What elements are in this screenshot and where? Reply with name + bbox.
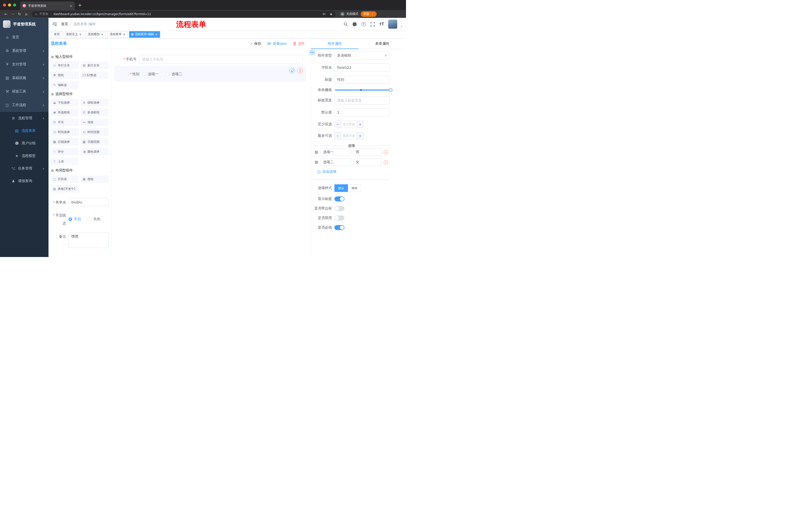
delete-field-button[interactable] bbox=[297, 68, 303, 74]
component-item[interactable]: ◷ 时间选择 bbox=[51, 128, 79, 136]
component-item[interactable]: ▭ 单行文本 bbox=[51, 62, 79, 69]
tag[interactable]: 流程定义 × bbox=[63, 31, 84, 38]
increase-button[interactable]: + bbox=[357, 121, 363, 128]
reload-icon[interactable]: ↻ bbox=[16, 12, 23, 16]
browser-menu-icon[interactable]: ⋮ bbox=[371, 12, 374, 16]
component-item[interactable]: ⇧ 上传 bbox=[51, 158, 79, 165]
component-item[interactable]: ▤ 多行文本 bbox=[81, 62, 109, 69]
component-item[interactable]: ◉ 单选框组 bbox=[51, 109, 79, 116]
drag-sliders-icon[interactable] bbox=[315, 151, 318, 154]
checkbox-icon[interactable] bbox=[166, 73, 170, 76]
default-value-input[interactable] bbox=[335, 108, 390, 116]
component-item[interactable]: ⋔ 级联选择 bbox=[81, 99, 109, 106]
github-icon[interactable] bbox=[352, 21, 357, 27]
tab-component-props[interactable]: 组件属性 bbox=[311, 38, 358, 49]
checkbox-option[interactable]: 选项二 bbox=[166, 72, 182, 77]
back-icon[interactable]: ← bbox=[2, 12, 9, 16]
sidebar-menu-item[interactable]: ⌂ 首页 bbox=[0, 30, 49, 44]
component-item[interactable]: ▨ 表格[开发中] bbox=[51, 185, 79, 193]
home-icon[interactable]: ⌂ bbox=[23, 12, 30, 16]
tag-close-icon[interactable]: × bbox=[155, 33, 158, 36]
checkbox-icon[interactable] bbox=[142, 73, 146, 76]
min-select-value[interactable]: 至少应选 bbox=[341, 121, 357, 128]
add-option-button[interactable]: + 添加选项 bbox=[317, 169, 406, 174]
option-label-input[interactable] bbox=[320, 158, 351, 166]
tag-close-icon[interactable]: × bbox=[101, 33, 104, 36]
form-name-input[interactable] bbox=[68, 198, 109, 206]
sidebar-menu-item[interactable]: ¥ 支付管理 ∨ bbox=[0, 58, 49, 71]
close-window-button[interactable] bbox=[3, 3, 6, 6]
title-input[interactable] bbox=[335, 76, 390, 84]
option-style-button[interactable]: 按钮 bbox=[348, 184, 361, 192]
view-json-button[interactable]: 查看json bbox=[267, 42, 287, 46]
browser-update-button[interactable]: 更新 ⋮ bbox=[361, 11, 377, 17]
component-item[interactable]: ▩ 日期范围 bbox=[81, 138, 109, 145]
minimize-window-button[interactable] bbox=[8, 3, 11, 6]
tag-close-icon[interactable]: × bbox=[79, 33, 82, 36]
gender-field-row-selected[interactable]: 性别 选项一 bbox=[114, 66, 306, 81]
breadcrumb-home[interactable]: 首页 bbox=[61, 22, 68, 26]
avatar-caret-icon[interactable]: ∨ bbox=[401, 25, 403, 28]
phone-input[interactable] bbox=[140, 55, 303, 64]
bookmark-star-icon[interactable]: ★ bbox=[329, 12, 332, 16]
component-item[interactable]: ◒ 下拉选择 bbox=[51, 99, 79, 106]
component-item[interactable]: ▢ 行容器 bbox=[51, 175, 79, 183]
slider-handle[interactable] bbox=[389, 88, 393, 92]
avatar[interactable] bbox=[388, 20, 397, 29]
component-item[interactable]: ▦ 日期选择 bbox=[51, 138, 79, 145]
fullscreen-icon[interactable] bbox=[370, 21, 376, 27]
sidebar-menu-item[interactable]: ➤ 流程模型 bbox=[0, 150, 49, 162]
search-icon[interactable] bbox=[343, 21, 348, 27]
field-name-input[interactable] bbox=[335, 64, 390, 72]
component-item[interactable]: 123 计数器 bbox=[81, 72, 109, 79]
url-text[interactable]: dashboard.yudao.iocoder.cn/bpm/manager/f… bbox=[54, 12, 151, 16]
component-item[interactable]: ☑ 多选框组 bbox=[81, 109, 109, 116]
component-item[interactable]: ◴ 时间范围 bbox=[81, 128, 109, 136]
status-off-radio[interactable]: 关闭 bbox=[88, 217, 100, 221]
help-icon[interactable]: ? bbox=[361, 21, 367, 27]
browser-tab[interactable]: 芋道管理系统 × bbox=[20, 1, 75, 10]
sidebar-toggle-icon[interactable] bbox=[49, 22, 61, 26]
sidebar-menu-item[interactable]: ▥ 基础设施 ∨ bbox=[0, 71, 49, 85]
form-remark-textarea[interactable]: 嘿嘿 bbox=[68, 232, 109, 248]
remove-option-icon[interactable]: − bbox=[384, 150, 388, 154]
clear-button[interactable]: 清空 bbox=[293, 42, 305, 46]
tag[interactable]: 流程表单-编辑 × bbox=[129, 31, 160, 38]
app-logo[interactable]: 芋道管理系统 bbox=[0, 18, 49, 30]
label-width-input[interactable] bbox=[335, 96, 390, 104]
address-bar[interactable]: ⚠ 不安全 | dashboard.yudao.iocoder.cn/bpm/m… bbox=[32, 11, 336, 17]
toggle-switch[interactable] bbox=[335, 216, 344, 220]
option-style-button[interactable]: 默认 bbox=[335, 184, 348, 192]
new-tab-button[interactable]: + bbox=[78, 2, 82, 8]
option-label-input[interactable] bbox=[320, 148, 351, 156]
status-on-radio[interactable]: 开启 bbox=[68, 217, 81, 221]
tag[interactable]: 流程模型 × bbox=[85, 31, 106, 38]
sidebar-menu-item[interactable]: ♟ 请假查询 bbox=[0, 175, 49, 187]
security-warning-icon[interactable]: ⚠ bbox=[35, 12, 37, 16]
checkbox-option[interactable]: 选项一 bbox=[142, 72, 158, 77]
key-icon[interactable] bbox=[321, 11, 327, 17]
sidebar-menu-item[interactable]: ☻ 用户分组 bbox=[0, 137, 49, 150]
font-size-icon[interactable]: tT bbox=[379, 21, 385, 27]
sidebar-menu-item[interactable]: ⚙ 系统管理 ∨ bbox=[0, 44, 49, 58]
sidebar-menu-item[interactable]: ⌥ 任务管理 ∨ bbox=[0, 162, 49, 175]
component-item[interactable]: ▣ 按钮 bbox=[81, 175, 109, 183]
form-grid-slider[interactable] bbox=[335, 89, 391, 90]
sidebar-menu-item[interactable]: ◫ 工作流程 ∧ bbox=[0, 98, 49, 112]
toggle-switch[interactable] bbox=[335, 206, 344, 211]
component-item[interactable]: ⊶ 滑块 bbox=[81, 118, 109, 126]
toggle-switch[interactable] bbox=[335, 225, 344, 230]
tag[interactable]: 首页 × bbox=[52, 31, 62, 38]
decrease-button[interactable]: − bbox=[335, 132, 341, 139]
sidebar-menu-item[interactable]: ▤ 流程表单 bbox=[0, 125, 49, 137]
component-type-select[interactable]: 多选框组 ▼ bbox=[335, 52, 390, 60]
tab-form-props[interactable]: 表单属性 bbox=[358, 38, 406, 49]
option-value-input[interactable] bbox=[353, 148, 382, 156]
increase-button[interactable]: + bbox=[357, 132, 363, 139]
max-select-value[interactable]: 最多可选 bbox=[341, 132, 357, 139]
tag-close-icon[interactable]: × bbox=[123, 33, 125, 36]
save-button[interactable]: ✓ 保存 bbox=[250, 42, 261, 46]
toggle-switch[interactable] bbox=[335, 196, 344, 201]
security-label[interactable]: 不安全 bbox=[39, 12, 49, 16]
component-item[interactable]: ✎ 编辑器 bbox=[51, 81, 79, 89]
